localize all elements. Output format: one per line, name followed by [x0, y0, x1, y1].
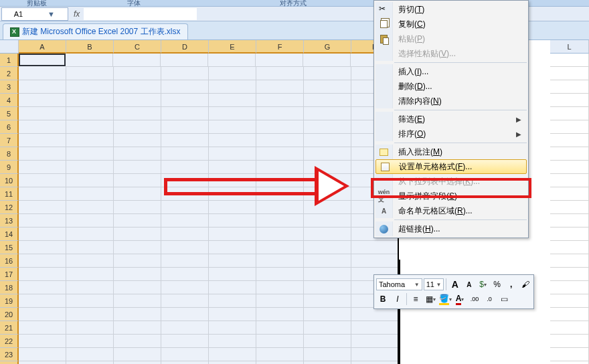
cell[interactable]	[256, 227, 304, 241]
cell[interactable]	[550, 321, 589, 335]
cell[interactable]	[66, 147, 114, 161]
cell[interactable]	[66, 294, 114, 308]
cell[interactable]	[19, 187, 66, 201]
cell[interactable]	[114, 161, 161, 174]
cell[interactable]	[256, 107, 304, 120]
fill-color-button[interactable]: 🪣▾	[438, 292, 452, 306]
cell[interactable]	[161, 227, 209, 241]
cell[interactable]	[114, 187, 161, 201]
cell[interactable]	[304, 187, 351, 201]
cell[interactable]	[19, 161, 66, 174]
row-header[interactable]: 23	[0, 348, 19, 361]
cell[interactable]	[161, 94, 209, 107]
cell[interactable]	[114, 335, 161, 348]
cell[interactable]	[161, 174, 209, 187]
cell[interactable]	[209, 94, 256, 107]
cell[interactable]	[209, 335, 256, 348]
cell[interactable]	[209, 161, 256, 174]
cell[interactable]	[66, 308, 114, 321]
menu-clear-contents[interactable]: 清除内容(N)	[375, 94, 527, 108]
cell[interactable]	[114, 120, 161, 134]
cell[interactable]	[113, 54, 161, 67]
cell[interactable]	[66, 174, 114, 187]
cell[interactable]	[550, 174, 589, 187]
cell[interactable]	[161, 361, 209, 364]
cell[interactable]	[256, 254, 304, 268]
cell[interactable]	[66, 120, 114, 134]
cell[interactable]	[19, 214, 66, 227]
decrease-decimal-button[interactable]: .0	[483, 292, 496, 306]
font-size-dropdown[interactable]: 11 ▼	[424, 278, 444, 290]
cell[interactable]	[550, 348, 589, 361]
cell[interactable]	[550, 294, 589, 308]
cell[interactable]	[114, 80, 161, 94]
cell[interactable]	[208, 54, 256, 67]
cell[interactable]	[19, 321, 66, 335]
cell[interactable]	[256, 134, 304, 147]
row-header[interactable]: 17	[0, 268, 19, 281]
cell[interactable]	[550, 147, 589, 161]
col-header[interactable]: E	[209, 40, 256, 54]
cell[interactable]	[256, 348, 304, 361]
cell[interactable]	[161, 268, 209, 281]
cell[interactable]	[304, 335, 351, 348]
cell[interactable]	[66, 94, 114, 107]
col-header[interactable]: G	[304, 40, 351, 54]
cell[interactable]	[209, 361, 256, 364]
row-header[interactable]: 8	[0, 147, 19, 161]
cell[interactable]	[114, 241, 161, 254]
row-header[interactable]: 14	[0, 227, 19, 241]
cell[interactable]	[304, 94, 351, 107]
row-header[interactable]: 5	[0, 107, 19, 120]
cell[interactable]	[66, 214, 114, 227]
cell[interactable]	[161, 80, 209, 94]
cell[interactable]	[161, 187, 209, 201]
cell[interactable]	[550, 308, 589, 321]
cell[interactable]	[550, 281, 589, 294]
cell[interactable]	[19, 94, 66, 107]
cell[interactable]	[19, 348, 66, 361]
cell[interactable]	[550, 201, 589, 214]
cell[interactable]	[304, 308, 351, 321]
cell[interactable]	[161, 120, 209, 134]
cell[interactable]	[351, 335, 399, 348]
cell[interactable]	[351, 348, 399, 361]
cell[interactable]	[209, 214, 256, 227]
cell[interactable]	[161, 348, 209, 361]
cell[interactable]	[304, 214, 351, 227]
cell[interactable]	[209, 107, 256, 120]
cell[interactable]	[256, 241, 304, 254]
cell[interactable]	[114, 107, 161, 120]
cell[interactable]	[114, 67, 161, 80]
cell[interactable]	[114, 308, 161, 321]
row-header[interactable]: 4	[0, 94, 19, 107]
cell[interactable]	[550, 187, 589, 201]
row-header[interactable]: 3	[0, 80, 19, 94]
cell[interactable]	[209, 254, 256, 268]
row-header[interactable]: 13	[0, 214, 19, 227]
row-header[interactable]: 22	[0, 335, 19, 348]
cell[interactable]	[66, 281, 114, 294]
cell[interactable]	[550, 335, 589, 348]
cell[interactable]	[304, 80, 351, 94]
cell[interactable]	[304, 227, 351, 241]
cell[interactable]	[304, 147, 351, 161]
col-header[interactable]: D	[161, 40, 209, 54]
cell[interactable]	[209, 80, 256, 94]
cell[interactable]	[66, 335, 114, 348]
menu-delete[interactable]: 删除(D)...	[375, 79, 527, 94]
cell[interactable]	[550, 120, 589, 134]
format-painter-button[interactable]: 🖌	[519, 278, 531, 291]
row-header[interactable]: 11	[0, 187, 19, 201]
cell[interactable]	[351, 308, 399, 321]
cell[interactable]	[66, 80, 114, 94]
cell[interactable]	[19, 308, 66, 321]
cell[interactable]	[19, 120, 66, 134]
cell[interactable]	[19, 268, 66, 281]
cell[interactable]	[304, 281, 351, 294]
cell[interactable]	[209, 147, 256, 161]
cell[interactable]	[19, 80, 66, 94]
cell[interactable]	[161, 254, 209, 268]
cell[interactable]	[66, 187, 114, 201]
row-header[interactable]: 12	[0, 201, 19, 214]
